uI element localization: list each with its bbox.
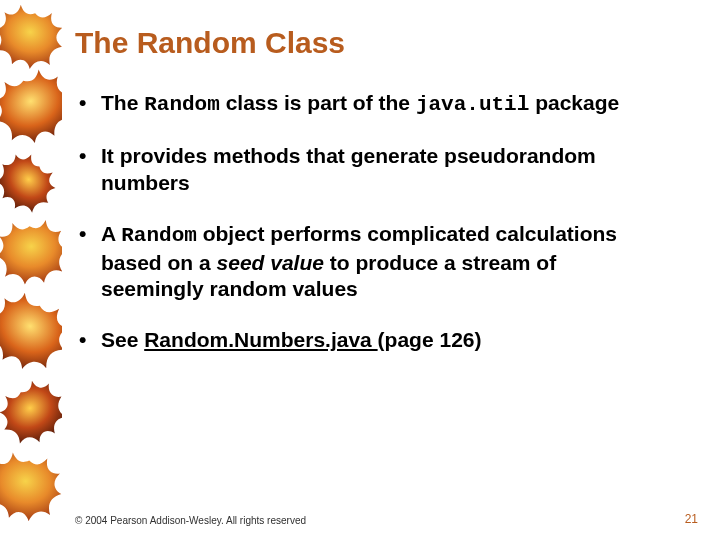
bullet-list: The Random class is part of the java.uti… (75, 90, 650, 354)
text: class is part of the (220, 91, 416, 114)
code-java-util: java.util (416, 93, 529, 116)
bullet-1: The Random class is part of the java.uti… (75, 90, 650, 119)
slide-title: The Random Class (75, 26, 345, 60)
text: A (101, 222, 121, 245)
code-random: Random (121, 224, 197, 247)
code-random: Random (144, 93, 220, 116)
slide-body: The Random class is part of the java.uti… (75, 90, 650, 378)
text: See (101, 328, 144, 351)
page-number: 21 (685, 512, 698, 526)
text: It provides methods that generate pseudo… (101, 144, 596, 194)
copyright: © 2004 Pearson Addison-Wesley. All right… (75, 515, 306, 526)
bullet-2: It provides methods that generate pseudo… (75, 143, 650, 197)
text: The (101, 91, 144, 114)
emphasis-seed-value: seed value (217, 251, 324, 274)
bullet-3: A Random object performs complicated cal… (75, 221, 650, 304)
text: (page 126) (378, 328, 482, 351)
text: package (529, 91, 619, 114)
bullet-4: See Random.Numbers.java (page 126) (75, 327, 650, 354)
leaf-decoration (0, 0, 62, 540)
link-random-numbers-java[interactable]: Random.Numbers.java (144, 328, 377, 351)
slide: The Random Class The Random class is par… (0, 0, 720, 540)
